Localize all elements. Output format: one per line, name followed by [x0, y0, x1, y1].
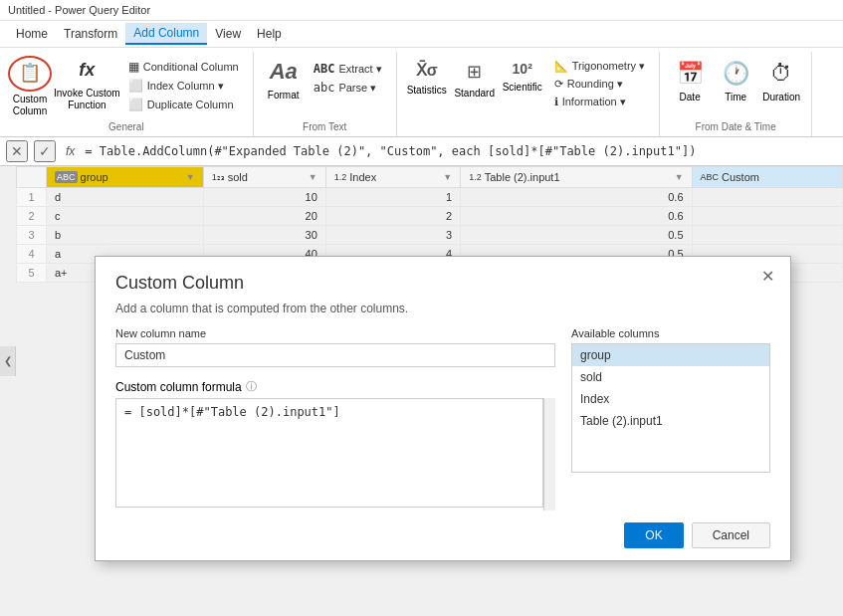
- ribbon-general-buttons: 📋 CustomColumn fx Invoke CustomFunction: [8, 56, 245, 117]
- menu-home[interactable]: Home: [8, 24, 56, 44]
- duration-button[interactable]: ⏱: [759, 56, 803, 92]
- ribbon: 📋 CustomColumn fx Invoke CustomFunction: [0, 48, 843, 137]
- formula-textarea[interactable]: [115, 398, 543, 508]
- information-button[interactable]: ℹ Information ▾: [548, 94, 651, 110]
- custom-column-button[interactable]: 📋: [8, 56, 52, 92]
- formula-bar: ✕ ✓ fx: [0, 137, 843, 166]
- dialog-ok-button[interactable]: OK: [624, 522, 683, 548]
- trig-label: Trigonometry ▾: [572, 60, 645, 73]
- index-col-dropdown[interactable]: ▼: [443, 172, 452, 182]
- cell-t2input1-1: 0.6: [461, 188, 692, 207]
- avail-col-index[interactable]: Index: [572, 388, 769, 410]
- dialog-cancel-button[interactable]: Cancel: [692, 522, 770, 548]
- ribbon-group-from-text: Aa From Text Format ABC Extract ▾ abc Pa…: [254, 52, 397, 136]
- duplicate-label: Duplicate Column: [147, 99, 234, 110]
- standard-button[interactable]: ⊞: [453, 56, 497, 88]
- scientific-button[interactable]: 10²: [501, 56, 544, 82]
- general-group-label: General: [108, 117, 144, 132]
- statistics-button[interactable]: X̄σ: [405, 56, 449, 85]
- table-wrapper: ❮ ABC group ▼: [0, 166, 843, 616]
- cell-t2input1-3: 0.5: [461, 226, 692, 245]
- col-sold-label: sold: [228, 171, 248, 183]
- sidebar-collapse-icon: ❮: [4, 355, 12, 366]
- col-group-label: group: [81, 171, 108, 183]
- col-header-index[interactable]: 1.2 Index ▼: [325, 167, 460, 188]
- formula-area-wrapper: [115, 398, 555, 511]
- standard-icon: ⊞: [467, 61, 482, 83]
- custom-type-icon: ABC: [701, 172, 720, 182]
- col-header-sold[interactable]: 1₂₃ sold ▼: [203, 167, 325, 188]
- dialog-left-panel: New column name Custom column formula ⓘ: [115, 327, 555, 511]
- group-type-icon: ABC: [55, 171, 78, 183]
- new-column-name-input[interactable]: [115, 343, 555, 367]
- trigonometry-button[interactable]: 📐 Trigonometry ▾: [548, 58, 651, 75]
- cell-sold-2: 20: [203, 207, 325, 226]
- information-label: Information ▾: [562, 96, 626, 108]
- title-bar: Untitled - Power Query Editor: [0, 0, 843, 21]
- duration-label: Duration: [762, 92, 800, 103]
- sidebar-collapse-button[interactable]: ❮: [0, 346, 16, 376]
- extract-label: Extract ▾: [338, 63, 381, 76]
- formula-input[interactable]: [85, 144, 837, 158]
- avail-col-table2input1[interactable]: Table (2).input1: [572, 410, 769, 432]
- cell-t2input1-2: 0.6: [461, 207, 692, 226]
- cell-rownum-4: 4: [17, 245, 47, 264]
- menu-transform[interactable]: Transform: [56, 24, 125, 44]
- menu-bar: Home Transform Add Column View Help: [0, 21, 843, 48]
- formula-info-icon[interactable]: ⓘ: [246, 379, 257, 394]
- time-button[interactable]: 🕐: [714, 56, 757, 92]
- menu-help[interactable]: Help: [249, 24, 290, 44]
- round-label: Rounding ▾: [567, 78, 623, 91]
- date-button[interactable]: 📅: [668, 56, 712, 92]
- ribbon-text-small: ABC Extract ▾ abc Parse ▾: [308, 60, 388, 97]
- cell-custom-3: [692, 226, 842, 245]
- parse-button[interactable]: abc Parse ▾: [308, 79, 388, 97]
- conditional-column-button[interactable]: ▦ Conditional Column: [122, 58, 245, 76]
- number-small-group: 📐 Trigonometry ▾ ⟳ Rounding ▾ ℹ Informat…: [548, 58, 651, 110]
- dialog-title: Custom Column: [96, 257, 790, 302]
- ribbon-text-buttons: Aa From Text Format ABC Extract ▾ abc Pa…: [262, 56, 388, 101]
- formula-scrollbar[interactable]: [543, 398, 555, 511]
- available-columns-list: group sold Index Table (2).input1: [571, 343, 770, 473]
- custom-column-dialog: Custom Column ✕ Add a column that is com…: [95, 256, 791, 561]
- duplicate-column-button[interactable]: ⬜ Duplicate Column: [122, 96, 245, 113]
- menu-view[interactable]: View: [207, 24, 249, 44]
- custom-column-icon: 📋: [19, 64, 41, 82]
- table-row: 1 d 10 1 0.6: [17, 188, 843, 207]
- standard-label: Standard: [454, 88, 495, 99]
- col-index-label: Index: [349, 171, 376, 183]
- avail-col-group[interactable]: group: [572, 344, 769, 366]
- cell-index-2: 2: [325, 207, 460, 226]
- formula-confirm-button[interactable]: ✓: [34, 140, 56, 162]
- cell-rownum-1: 1: [17, 188, 47, 207]
- col-header-custom[interactable]: ABC Custom: [692, 167, 842, 188]
- dialog-close-button[interactable]: ✕: [755, 265, 780, 288]
- t2input1-col-dropdown[interactable]: ▼: [675, 172, 684, 182]
- extract-button[interactable]: ABC Extract ▾: [308, 60, 388, 78]
- format-text-label: Format: [268, 90, 300, 101]
- formula-cancel-button[interactable]: ✕: [6, 140, 28, 162]
- format-button[interactable]: Aa From Text: [262, 56, 306, 90]
- duplicate-icon: ⬜: [128, 98, 143, 111]
- sold-col-dropdown[interactable]: ▼: [309, 172, 317, 182]
- ribbon-sections: 📋 CustomColumn fx Invoke CustomFunction: [0, 52, 843, 136]
- rounding-button[interactable]: ⟳ Rounding ▾: [548, 76, 651, 93]
- info-icon: ℹ: [554, 96, 558, 108]
- dialog-subtitle: Add a column that is computed from the o…: [96, 302, 790, 327]
- time-label: Time: [725, 92, 746, 103]
- menu-add-column[interactable]: Add Column: [125, 23, 207, 45]
- cell-rownum-5: 5: [17, 264, 47, 283]
- avail-col-sold[interactable]: sold: [572, 366, 769, 388]
- invoke-custom-function-button[interactable]: fx: [65, 56, 108, 86]
- cell-group-1: d: [47, 188, 204, 207]
- new-column-name-label: New column name: [115, 327, 555, 339]
- invoke-icon: fx: [79, 61, 95, 79]
- col-header-table2input1[interactable]: 1.2 Table (2).input1 ▼: [461, 167, 692, 188]
- group-col-dropdown[interactable]: ▼: [186, 172, 195, 182]
- dialog-footer: OK Cancel: [96, 511, 790, 560]
- statistics-label: Statistics: [407, 85, 447, 96]
- fx-label: fx: [66, 144, 75, 158]
- index-column-button[interactable]: ⬜ Index Column ▾: [122, 77, 245, 95]
- col-header-group[interactable]: ABC group ▼: [47, 167, 204, 188]
- cell-sold-1: 10: [203, 188, 325, 207]
